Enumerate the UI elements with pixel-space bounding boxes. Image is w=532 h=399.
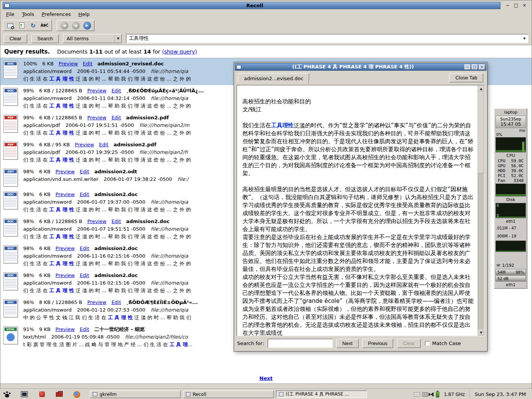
preview-paragraph: 我们生活在工具理性泛滥的时代。作为“世之显学”的诸种以“事实”与“价值”的二分为…: [242, 122, 474, 177]
preview-link[interactable]: Preview: [87, 115, 107, 120]
page-lines: [5, 120, 17, 131]
maximize-icon[interactable]: □: [472, 64, 478, 70]
preview-link[interactable]: Preview: [59, 61, 78, 66]
volume-icon[interactable]: [431, 392, 434, 397]
snippet-text: 们 生 活 在: [23, 76, 49, 82]
preview-link[interactable]: Preview: [55, 272, 75, 278]
match-case-option[interactable]: Match Case: [425, 340, 461, 346]
gkrellm-spacer: [495, 252, 526, 262]
menu-help[interactable]: Help: [75, 10, 93, 18]
memory-meter[interactable]: 54M 98%: [496, 269, 526, 275]
next-page-button[interactable]: ▶: [82, 21, 92, 30]
preview-link[interactable]: Preview: [87, 88, 107, 93]
preview-titlebar[interactable]: ((工 PHRASE 4 具 PHRASE 4 理 PHRASE 4 性)) −…: [235, 63, 486, 71]
menubar: FileToolsPreferencesHelp: [0, 10, 532, 19]
first-page-button[interactable]: ◀: [59, 21, 69, 30]
close-icon[interactable]: ×: [522, 3, 527, 8]
minimize-icon[interactable]: −: [464, 64, 470, 70]
volume-meter[interactable]: 52 dB: [496, 276, 526, 282]
document-date: 2006-11-16 02:15:16 -0500: [77, 280, 146, 286]
next-page-link[interactable]: Next: [260, 375, 272, 381]
history-dropdown-icon[interactable]: ▼: [521, 35, 528, 43]
chart-baseline: [496, 150, 526, 152]
window-maker-launcher[interactable]: [2, 390, 11, 399]
search-input[interactable]: [127, 36, 521, 41]
toolbox-launcher[interactable]: [55, 390, 64, 399]
find-input[interactable]: [268, 339, 333, 348]
terminal-launcher[interactable]: [20, 390, 29, 399]
document-url: file:///home/qia: [151, 68, 188, 74]
edit-link[interactable]: Edit: [80, 326, 89, 332]
close-icon[interactable]: ×: [479, 64, 485, 70]
scrollbar-track[interactable]: [478, 92, 484, 329]
sensor-row: GPU56.0C: [495, 163, 526, 168]
previous-page-button[interactable]: ◀: [71, 21, 81, 30]
query-detail-button[interactable]: [5, 21, 15, 30]
browser-launcher[interactable]: [72, 390, 81, 399]
keyboard-indicator-icon[interactable]: [414, 392, 420, 397]
net-total-tx: .906M - 19: [495, 232, 526, 240]
taskbar-window-button[interactable]: Recoll: [183, 390, 274, 398]
taskbar-window-button[interactable]: gkrellm: [90, 390, 181, 398]
preview-link[interactable]: Preview: [55, 192, 75, 197]
preview-link[interactable]: Preview: [55, 245, 75, 251]
paw-icon: [5, 394, 9, 397]
show-query-link[interactable]: (show query): [162, 49, 197, 55]
scrollbar-thumb[interactable]: [478, 92, 484, 173]
preview-link[interactable]: Preview: [55, 169, 75, 174]
minimize-icon[interactable]: −: [505, 3, 510, 8]
preview-link[interactable]: Preview: [75, 142, 94, 147]
menu-preferences[interactable]: Preferences: [38, 10, 74, 18]
edit-link[interactable]: Edit: [111, 88, 121, 93]
gkrellm-monitor[interactable]: laptop Sun23Sep 15:47 05 mo 0% CPU CPU59…: [494, 108, 527, 289]
toolbar-group-nav: ◀ ◀ ▶: [57, 20, 95, 31]
save-document-button[interactable]: ↑: [17, 21, 27, 30]
results-for-word: for: [153, 49, 160, 55]
match-case-checkbox[interactable]: [425, 341, 430, 346]
edit-link[interactable]: Edit: [111, 218, 121, 224]
window-titlebar[interactable]: Recoll: [3, 2, 500, 9]
menu-file[interactable]: File: [3, 10, 18, 18]
find-next-button[interactable]: Next: [336, 339, 359, 348]
preview-link[interactable]: Preview: [55, 326, 75, 332]
edit-link[interactable]: Edit: [111, 115, 121, 120]
tab-edge: [309, 80, 312, 84]
find-clear-button[interactable]: Clear: [397, 339, 421, 348]
gkrellm-disk-section: Disk: [495, 197, 526, 203]
chart-baseline: [496, 194, 526, 196]
app-launcher[interactable]: [37, 390, 46, 399]
preview-document-text: 高校招生的社会功能和目的文/钱江我们生活在工具理性泛滥的时代。作为“世之显学”的…: [237, 86, 477, 336]
maximize-icon[interactable]: □: [513, 3, 519, 8]
document-url: file:///home/qian2/files/co: [125, 334, 188, 340]
scroll-up-icon[interactable]: ▲: [478, 86, 484, 92]
term-explorer-button[interactable]: ÂBĈ: [40, 21, 49, 30]
page-lines: [5, 278, 17, 288]
edit-link[interactable]: Edit: [99, 142, 109, 147]
search-button[interactable]: Search: [31, 34, 59, 43]
filetype-badge: HTML: [5, 328, 17, 331]
edit-link[interactable]: Edit: [111, 299, 121, 305]
find-previous-button[interactable]: Previous: [362, 339, 394, 348]
close-tab-button[interactable]: Close Tab: [449, 73, 483, 82]
preview-link[interactable]: Preview: [87, 218, 107, 224]
pager-icon[interactable]: [422, 392, 428, 397]
edit-link[interactable]: Edit: [83, 61, 92, 66]
edit-link[interactable]: Edit: [80, 169, 89, 174]
vertical-scrollbar[interactable]: ▲ ▼: [478, 86, 484, 336]
taskbar-window-button[interactable]: ((工 PHRASE 4 具 PHRASE ...: [276, 390, 367, 398]
clear-button[interactable]: Clear: [3, 34, 27, 43]
document-date: 2006-01-11 05:54:44 -0500: [77, 68, 146, 74]
taskbar-window-label: Recoll: [193, 392, 206, 397]
document-thumbnail-icon: DOC: [3, 245, 18, 263]
search-mode-select[interactable]: All terms ▼: [63, 34, 122, 43]
edit-link[interactable]: Edit: [80, 245, 89, 251]
update-index-button[interactable]: ↻: [28, 21, 38, 30]
menu-tools[interactable]: Tools: [19, 10, 38, 18]
edit-link[interactable]: Edit: [80, 192, 89, 197]
relevance-percent: 98%: [23, 218, 34, 224]
preview-link[interactable]: Preview: [87, 299, 107, 305]
preview-tab[interactable]: admission2...evised.doc: [238, 73, 309, 84]
scroll-down-icon[interactable]: ▼: [478, 329, 484, 336]
battery-icon[interactable]: [436, 391, 439, 397]
edit-link[interactable]: Edit: [80, 272, 89, 278]
